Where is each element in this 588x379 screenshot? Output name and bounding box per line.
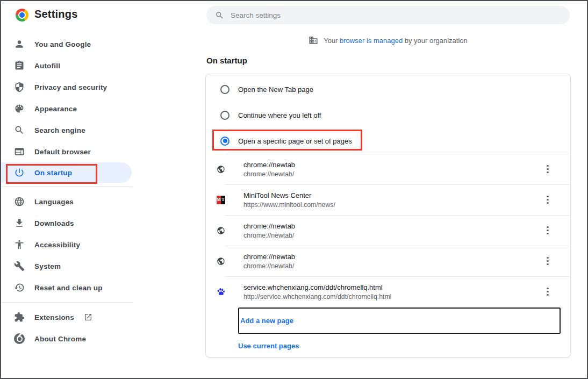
sidebar-item-extensions[interactable]: Extensions bbox=[1, 306, 133, 328]
wrench-icon bbox=[14, 261, 25, 271]
search-input[interactable] bbox=[231, 11, 532, 19]
on-startup-card: Open the New Tab page Continue where you… bbox=[205, 74, 571, 357]
add-new-page-link[interactable]: Add a new page bbox=[239, 317, 293, 325]
kebab-dot bbox=[547, 294, 548, 296]
managed-text-suffix: by your organization bbox=[403, 37, 468, 45]
startup-page-url: http://service.whchenxiang.com/ddt/chrom… bbox=[243, 293, 391, 301]
sidebar-item-label: Default browser bbox=[34, 148, 91, 156]
sidebar-item-label: Accessibility bbox=[34, 241, 80, 249]
sidebar-item-label: About Chrome bbox=[34, 335, 86, 343]
startup-page-title: MiniTool News Center bbox=[243, 191, 335, 199]
sidebar-item-label: Appearance bbox=[34, 105, 77, 113]
sidebar-item-label: Extensions bbox=[34, 313, 74, 321]
sidebar-item-label: You and Google bbox=[34, 40, 91, 48]
sidebar-item-system[interactable]: System bbox=[1, 255, 133, 277]
kebab-dot bbox=[547, 202, 548, 204]
sidebar-item-label: Downloads bbox=[34, 219, 74, 227]
sidebar-item-accessibility[interactable]: Accessibility bbox=[1, 234, 133, 255]
paw-favicon bbox=[217, 288, 225, 296]
sidebar-item-label: System bbox=[34, 262, 61, 270]
startup-page-row: chrome://newtab chrome://newtab/ bbox=[206, 246, 570, 276]
kebab-dot bbox=[547, 165, 548, 167]
radio-option-label: Open a specific page or set of pages bbox=[238, 137, 352, 145]
puzzle-icon bbox=[14, 312, 25, 323]
sidebar-item-on-startup[interactable]: On startup bbox=[1, 162, 132, 183]
startup-page-title: chrome://newtab bbox=[243, 222, 295, 230]
more-actions-button[interactable] bbox=[540, 284, 555, 299]
settings-sidebar: You and Google Autofill Privacy and secu… bbox=[1, 33, 133, 349]
sidebar-item-search-engine[interactable]: Search engine bbox=[1, 119, 133, 141]
sidebar-divider bbox=[1, 187, 133, 187]
section-heading: On startup bbox=[206, 56, 247, 65]
radio-button-selected-icon[interactable] bbox=[220, 137, 230, 146]
radio-option-label: Continue where you left off bbox=[238, 111, 321, 119]
sidebar-item-label: On startup bbox=[34, 169, 72, 177]
sidebar-item-default-browser[interactable]: Default browser bbox=[1, 141, 133, 162]
more-actions-button[interactable] bbox=[540, 254, 555, 269]
autofill-clipboard-icon bbox=[14, 60, 25, 71]
globe-favicon bbox=[217, 226, 225, 235]
radio-button-icon[interactable] bbox=[220, 85, 230, 94]
chrome-logo-icon bbox=[16, 9, 28, 22]
kebab-dot bbox=[547, 196, 548, 197]
more-actions-button[interactable] bbox=[540, 192, 555, 208]
startup-page-text: service.whchenxiang.com/ddt/chromellq.ht… bbox=[243, 283, 391, 301]
startup-page-text: MiniTool News Center https://www.minitoo… bbox=[243, 191, 335, 209]
person-icon bbox=[14, 39, 25, 49]
managed-text-prefix: Your bbox=[324, 37, 340, 45]
kebab-dot bbox=[547, 168, 548, 170]
startup-page-row: chrome://newtab chrome://newtab/ bbox=[206, 154, 570, 184]
more-actions-button[interactable] bbox=[540, 223, 555, 238]
startup-page-title: chrome://newtab bbox=[243, 253, 295, 261]
more-actions-button[interactable] bbox=[540, 162, 555, 177]
kebab-dot bbox=[547, 171, 548, 173]
sidebar-item-about-chrome[interactable]: About Chrome bbox=[1, 328, 133, 349]
kebab-dot bbox=[547, 230, 548, 231]
managed-notice-text: Your browser is managed by your organiza… bbox=[324, 37, 468, 45]
kebab-dot bbox=[547, 263, 548, 265]
search-bar[interactable] bbox=[206, 6, 570, 24]
sidebar-item-reset-and-clean-up[interactable]: Reset and clean up bbox=[1, 277, 133, 298]
startup-page-text: chrome://newtab chrome://newtab/ bbox=[243, 253, 295, 270]
radio-option-label: Open the New Tab page bbox=[238, 85, 313, 94]
globe-favicon bbox=[217, 257, 225, 266]
use-current-pages-link[interactable]: Use current pages bbox=[238, 342, 299, 350]
browser-managed-link[interactable]: browser is managed bbox=[340, 37, 403, 45]
startup-page-row: service.whchenxiang.com/ddt/chromellq.ht… bbox=[206, 276, 570, 307]
sidebar-item-label: Autofill bbox=[34, 62, 60, 70]
globe-icon bbox=[14, 196, 25, 207]
chrome-gray-icon bbox=[14, 333, 25, 344]
download-icon bbox=[14, 218, 25, 228]
sidebar-item-appearance[interactable]: Appearance bbox=[1, 98, 133, 119]
sidebar-item-autofill[interactable]: Autofill bbox=[1, 55, 133, 76]
sidebar-item-downloads[interactable]: Downloads bbox=[1, 212, 133, 234]
sidebar-item-privacy-and-security[interactable]: Privacy and security bbox=[1, 76, 133, 98]
chrome-settings-window: Settings You and Google Autofill Privacy… bbox=[0, 0, 588, 379]
kebab-dot bbox=[547, 260, 548, 262]
startup-page-url: chrome://newtab/ bbox=[243, 262, 295, 270]
startup-page-row: chrome://newtab chrome://newtab/ bbox=[206, 215, 570, 246]
open-in-new-icon bbox=[84, 313, 92, 321]
kebab-dot bbox=[547, 233, 548, 234]
browser-window-icon bbox=[14, 146, 25, 157]
add-page-highlight-box: Add a new page bbox=[238, 308, 561, 334]
startup-page-text: chrome://newtab chrome://newtab/ bbox=[243, 222, 295, 239]
shield-icon bbox=[14, 82, 25, 92]
startup-page-url: chrome://newtab/ bbox=[243, 232, 295, 239]
restore-clock-icon bbox=[14, 282, 25, 293]
kebab-dot bbox=[547, 257, 548, 259]
startup-page-url: chrome://newtab/ bbox=[243, 170, 295, 178]
sidebar-item-you-and-google[interactable]: You and Google bbox=[1, 33, 133, 55]
startup-page-title: chrome://newtab bbox=[243, 161, 295, 169]
sidebar-divider bbox=[1, 302, 133, 303]
radio-option-specific-pages[interactable]: Open a specific page or set of pages bbox=[206, 128, 570, 154]
sidebar-item-languages[interactable]: Languages bbox=[1, 191, 133, 212]
radio-option-continue[interactable]: Continue where you left off bbox=[206, 102, 570, 128]
sidebar-item-label: Privacy and security bbox=[34, 83, 107, 91]
kebab-dot bbox=[547, 291, 548, 292]
radio-button-icon[interactable] bbox=[220, 111, 230, 120]
globe-favicon bbox=[217, 165, 225, 174]
minitool-favicon: MT bbox=[217, 196, 225, 204]
sidebar-item-label: Reset and clean up bbox=[34, 284, 103, 292]
radio-option-new-tab[interactable]: Open the New Tab page bbox=[206, 76, 570, 102]
